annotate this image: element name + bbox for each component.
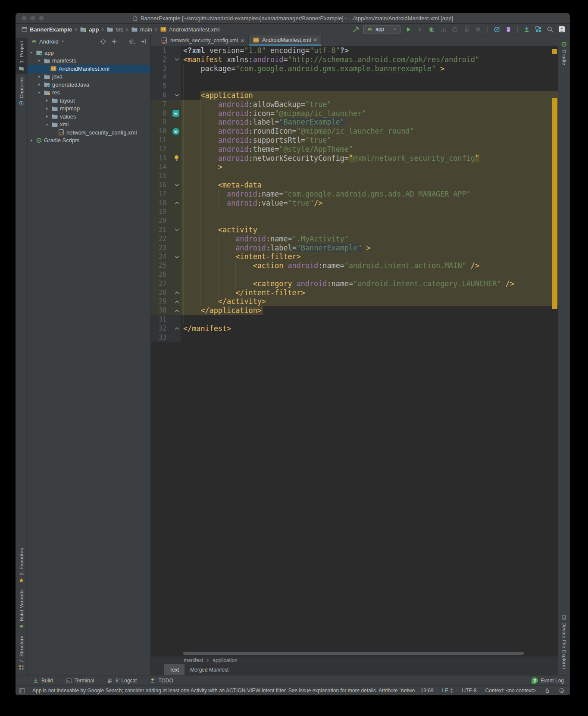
chevron-collapsed-icon[interactable]	[36, 75, 42, 79]
tool-window-button-device-file-explorer[interactable]: Device File Explorer	[558, 611, 570, 672]
gutter-line-12[interactable]: 12	[151, 145, 181, 154]
context-indicator[interactable]: Context: <no context>	[485, 688, 536, 694]
gutter-line-3[interactable]: 3	[151, 64, 181, 73]
hector-inspections-icon[interactable]	[559, 688, 565, 694]
code-line-text[interactable]: >	[181, 163, 558, 172]
tree-item-layout[interactable]: layout	[28, 97, 150, 105]
sdk-manager-button[interactable]	[523, 25, 531, 33]
chevron-down-icon[interactable]	[61, 39, 65, 44]
fold-down-icon[interactable]	[175, 183, 179, 187]
editor-tab-network-security-config-xml[interactable]: network_security_config.xml	[157, 35, 249, 46]
search-everywhere-button[interactable]	[546, 25, 554, 33]
chevron-collapsed-icon[interactable]	[36, 82, 42, 87]
gutter-line-1[interactable]: 1	[151, 46, 181, 55]
code-line-text[interactable]	[181, 207, 558, 216]
locate-button[interactable]	[99, 38, 107, 45]
breadcrumb-item-androidmanifest-xml[interactable]: AndroidManifest.xml	[159, 26, 221, 33]
tree-item-manifests[interactable]: manifests	[28, 57, 150, 65]
minimize-button[interactable]	[30, 16, 35, 21]
gutter-line-33[interactable]: 33	[151, 333, 181, 342]
breadcrumb-item-app[interactable]: app	[78, 26, 100, 33]
code-line-text[interactable]: android:supportsRtl="true"	[181, 136, 558, 145]
code-line-text[interactable]: <action android:name="android.intent.act…	[181, 261, 558, 270]
sync-gradle-button[interactable]	[493, 25, 500, 33]
toggle-tool-windows-icon[interactable]	[19, 688, 25, 694]
run-button[interactable]	[404, 25, 412, 33]
view-tab-merged-manifest[interactable]: Merged Manifest	[185, 664, 234, 675]
run-configuration-selector[interactable]: app	[363, 25, 400, 34]
chevron-expanded-icon[interactable]	[44, 122, 50, 127]
code-line-text[interactable]: <application	[181, 91, 558, 100]
tool-window-button-terminal[interactable]: Terminal	[66, 678, 94, 684]
code-line-text[interactable]: </application>	[181, 306, 558, 315]
tree-item-network-security-config-xml[interactable]: network_security_config.xml	[28, 128, 150, 137]
code-line-text[interactable]: </manifest>	[181, 324, 558, 333]
gutter-line-28[interactable]: 28	[151, 288, 181, 297]
tree-item-gradle-scripts[interactable]: Gradle Scripts	[28, 137, 150, 145]
tool-window-button-2-favorites[interactable]: 2: Favorites	[16, 545, 27, 586]
code-line-text[interactable]: <activity	[181, 225, 558, 234]
chevron-expanded-icon[interactable]	[36, 91, 42, 95]
gutter-line-25[interactable]: 25	[151, 261, 181, 270]
code-line-text[interactable]: android:label="BannerExample" >	[181, 244, 558, 253]
gutter-line-19[interactable]: 19	[151, 207, 181, 216]
tool-window-button-build-variants[interactable]: Build Variants	[16, 586, 27, 632]
code-line-text[interactable]	[181, 216, 558, 225]
gutter-line-22[interactable]: 22	[151, 234, 181, 244]
code-line-text[interactable]	[181, 82, 558, 91]
gutter-line-8[interactable]: 8	[151, 109, 181, 118]
bulb-icon[interactable]	[174, 155, 179, 162]
gutter-line-23[interactable]: 23	[151, 244, 181, 253]
editor-tab-androidmanifest-xml[interactable]: AndroidManifest.xml	[249, 35, 322, 46]
gutter-line-31[interactable]: 31	[151, 315, 181, 324]
resource-manager-button[interactable]	[535, 25, 542, 33]
lock-icon[interactable]	[544, 688, 550, 694]
gutter-line-24[interactable]: 24	[151, 252, 181, 261]
gutter-line-15[interactable]: 15	[151, 172, 181, 181]
gutter-line-18[interactable]: 18	[151, 199, 181, 208]
tree-item-res[interactable]: res	[28, 89, 150, 97]
line-separator-indicator[interactable]: LF	[442, 688, 454, 694]
code-line-text[interactable]: <intent-filter>	[181, 252, 558, 261]
gutter-line-9[interactable]: 9	[151, 118, 181, 127]
code-line-text[interactable]: </activity>	[181, 297, 558, 306]
gutter-line-6[interactable]: 6	[151, 91, 181, 100]
profile-button[interactable]	[439, 25, 447, 33]
gutter-line-30[interactable]: 30	[151, 306, 181, 315]
horizontal-scrollbar[interactable]	[183, 652, 524, 655]
chevron-collapsed-icon[interactable]	[44, 98, 50, 103]
code-line-text[interactable]	[181, 333, 558, 342]
fold-up-icon[interactable]	[175, 291, 179, 294]
gutter-line-11[interactable]: 11	[151, 136, 181, 145]
gutter-line-7[interactable]: 7	[151, 100, 181, 109]
gutter-line-13[interactable]: 13	[151, 154, 181, 163]
chevron-expanded-icon[interactable]	[36, 59, 42, 63]
code-line-text[interactable]: android:value="true"/>	[181, 199, 558, 208]
code-line-text[interactable]: <manifest xmlns:android="http://schemas.…	[181, 55, 558, 64]
debug-button[interactable]	[428, 25, 435, 33]
fold-down-icon[interactable]	[175, 94, 179, 97]
tool-window-button-7-structure[interactable]: 7: Structure	[16, 632, 27, 673]
split-button[interactable]	[110, 38, 118, 45]
android-round-icon[interactable]	[172, 128, 179, 135]
breadcrumb-item-bannerexample[interactable]: BannerExample	[20, 26, 73, 33]
gutter-line-32[interactable]: 32	[151, 324, 181, 333]
tool-window-button-build[interactable]: Build	[33, 678, 53, 684]
file-encoding[interactable]: UTF-8	[462, 688, 477, 694]
attach-debugger-button[interactable]	[463, 25, 470, 33]
tree-item-xml[interactable]: xml	[28, 121, 150, 129]
build-hammer-button[interactable]	[352, 25, 360, 33]
settings-button[interactable]	[128, 38, 136, 45]
fold-down-icon[interactable]	[175, 255, 179, 259]
project-view-selector[interactable]: Android	[39, 38, 59, 45]
code-line-text[interactable]: android:networkSecurityConfig="@xml/netw…	[181, 154, 558, 163]
gutter-line-2[interactable]: 2	[151, 55, 181, 64]
code-line-text[interactable]: android:allowBackup="true"	[181, 100, 558, 109]
tree-item-values[interactable]: values	[28, 113, 150, 121]
hide-button[interactable]	[139, 38, 147, 45]
device-manager-button[interactable]	[504, 25, 512, 33]
gutter-line-14[interactable]: 14	[151, 163, 181, 172]
gutter-line-26[interactable]: 26	[151, 270, 181, 279]
code-editor[interactable]: 1<?xml version="1.0" encoding="utf-8"?>2…	[151, 46, 558, 656]
gutter-line-5[interactable]: 5	[151, 82, 181, 91]
